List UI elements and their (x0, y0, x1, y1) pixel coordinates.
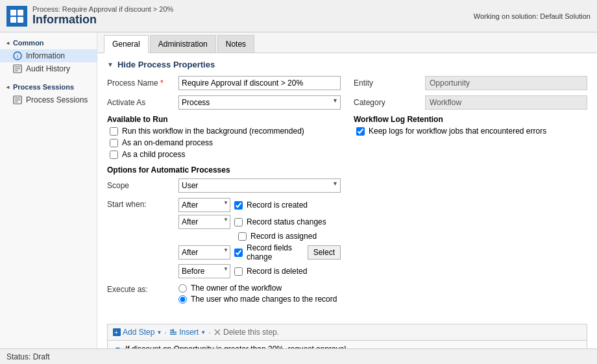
sidebar-section-process-sessions[interactable]: Process Sessions (0, 80, 97, 93)
start-when-item-3: AfterBefore Record fields change Select (178, 243, 341, 261)
form-right: Entity Opportunity Category Workflow Wor… (354, 76, 587, 311)
start-when-after-select-3[interactable]: AfterBefore (178, 245, 230, 260)
execute-user-radio[interactable] (178, 295, 187, 304)
execute-as-row: Execute as: The owner of the workflow Th… (107, 284, 341, 306)
add-step-button[interactable]: + Add Step ▼ (113, 328, 162, 337)
execute-owner-row: The owner of the workflow (178, 284, 337, 293)
delete-icon (213, 328, 221, 336)
svg-rect-1 (18, 10, 23, 16)
start-when-label: Start when: (107, 198, 178, 209)
checkbox-child-input[interactable] (110, 151, 118, 159)
start-when-after-select-1[interactable]: AfterBefore (178, 215, 230, 229)
available-title: Available to Run (107, 115, 341, 124)
record-fields-label: Record fields change (247, 243, 304, 261)
activate-as-label: Activate As (107, 98, 178, 107)
insert-button[interactable]: Insert ▼ (169, 328, 206, 337)
start-when-item-2: Record is assigned (178, 232, 341, 241)
checkbox-on-demand-input[interactable] (110, 139, 118, 147)
tab-general[interactable]: General (104, 35, 149, 53)
process-name-input[interactable] (178, 76, 341, 90)
tab-notes[interactable]: Notes (217, 35, 254, 53)
sidebar-item-audit-history[interactable]: Audit History (0, 62, 97, 75)
checkbox-background: Run this workflow in the background (rec… (107, 127, 341, 136)
checkbox-child-label: As a child process (122, 150, 185, 159)
execute-user-label: The user who made changes to the record (191, 295, 337, 304)
insert-label: Insert (179, 328, 199, 337)
category-label: Category (354, 98, 425, 107)
sidebar-item-information[interactable]: i Information (0, 49, 97, 62)
process-app-icon (6, 6, 27, 27)
retention-label: Keep logs for workflow jobs that encount… (369, 127, 546, 136)
step-condition-item: ▼ If discount on Opportunity is greater … (108, 341, 587, 348)
header-left: Process: Require Approval if discount > … (6, 5, 173, 27)
header-titles: Process: Require Approval if discount > … (32, 5, 173, 27)
status-bar: Status: Draft (0, 348, 597, 364)
delete-step-button[interactable]: Delete this step. (213, 328, 279, 337)
start-when-after-select-0[interactable]: AfterBefore (178, 198, 230, 212)
entity-value: Opportunity (425, 76, 587, 90)
scope-row: Scope User Business Unit Parent: Child B… (107, 178, 341, 193)
add-step-icon: + (113, 328, 121, 336)
main-layout: Common i Information Audit History Proce… (0, 32, 597, 348)
sidebar-section-common[interactable]: Common (0, 36, 97, 49)
section-title: Hide Process Properties (117, 60, 215, 69)
activate-as-select[interactable]: Process Process Template (178, 95, 341, 110)
toolbar-sep-1: · (164, 327, 167, 337)
header-subtitle: Process: Require Approval if discount > … (32, 5, 173, 13)
sidebar-item-process-sessions[interactable]: Process Sessions (0, 93, 97, 106)
retention-title: Workflow Log Retention (354, 115, 587, 124)
scope-label: Scope (107, 181, 178, 190)
form-grid: Process Name Activate As Process Process… (107, 76, 587, 311)
entity-label: Entity (354, 79, 425, 88)
execute-owner-radio[interactable] (178, 284, 187, 293)
available-to-run-section: Available to Run Run this workflow in th… (107, 115, 341, 159)
svg-text:+: + (114, 328, 118, 336)
record-created-checkbox[interactable] (234, 201, 243, 210)
collapse-icon[interactable]: ▼ (107, 61, 114, 68)
delete-label: Delete this step. (223, 328, 279, 337)
checkbox-background-input[interactable] (110, 127, 118, 136)
checkbox-on-demand: As an on-demand process (107, 138, 341, 147)
sidebar-item-information-label: Information (26, 51, 65, 60)
tabs: General Administration Notes (97, 32, 597, 53)
checkbox-background-label: Run this workflow in the background (rec… (122, 127, 304, 136)
retention-section: Workflow Log Retention Keep logs for wor… (354, 115, 587, 136)
record-deleted-checkbox[interactable] (234, 267, 243, 276)
retention-checkbox-row: Keep logs for workflow jobs that encount… (354, 127, 587, 136)
header-title: Information (32, 13, 173, 27)
record-created-label: Record is created (247, 200, 308, 210)
svg-text:i: i (17, 53, 18, 60)
step-expand-icon[interactable]: ▼ (114, 345, 121, 348)
options-title: Options for Automatic Processes (107, 165, 341, 175)
scope-select[interactable]: User Business Unit Parent: Child Busines… (178, 178, 341, 193)
toolbar-sep-2: · (208, 327, 211, 337)
entity-row: Entity Opportunity (354, 76, 587, 90)
form-left: Process Name Activate As Process Process… (107, 76, 341, 311)
add-step-label: Add Step (123, 328, 154, 337)
execute-options: The owner of the workflow The user who m… (178, 284, 337, 306)
content-area: General Administration Notes ▼ Hide Proc… (97, 32, 597, 348)
record-assigned-checkbox[interactable] (238, 232, 247, 241)
sidebar-item-process-sessions-label: Process Sessions (26, 95, 88, 104)
record-assigned-label: Record is assigned (250, 232, 317, 241)
header-working-on: Working on solution: Default Solution (474, 12, 591, 20)
svg-rect-0 (10, 10, 16, 16)
add-step-arrow: ▼ (156, 330, 162, 335)
category-value: Workflow (425, 95, 587, 110)
record-status-checkbox[interactable] (234, 218, 243, 226)
retention-checkbox[interactable] (356, 127, 365, 136)
start-when-row: Start when: AfterBefore (107, 198, 341, 278)
select-fields-button[interactable]: Select (308, 245, 341, 260)
step-condition-text: If discount on Opportunity is greater th… (125, 345, 346, 348)
process-name-row: Process Name (107, 76, 341, 90)
section-header: ▼ Hide Process Properties (107, 60, 587, 69)
record-status-label: Record status changes (247, 217, 326, 226)
tab-administration[interactable]: Administration (150, 35, 216, 53)
step-area: + Add Step ▼ · Insert ▼ · Delete this st… (107, 324, 587, 348)
status-text: Status: Draft (6, 352, 50, 361)
start-when-item-1: AfterBefore Record status changes (178, 215, 341, 229)
sidebar-item-audit-history-label: Audit History (26, 64, 70, 73)
sidebar: Common i Information Audit History Proce… (0, 32, 97, 348)
record-fields-checkbox[interactable] (234, 249, 243, 257)
before-select[interactable]: BeforeAfter (178, 264, 230, 278)
